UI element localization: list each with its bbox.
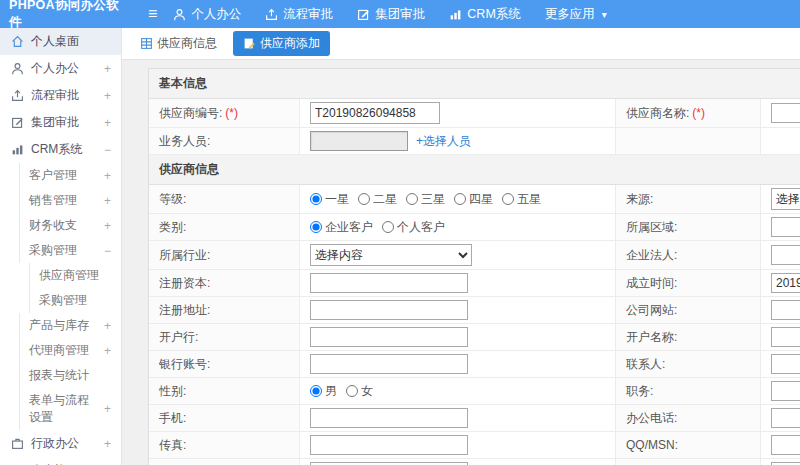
sidebar-item-purchase-mgmt[interactable]: 采购管理 − xyxy=(19,238,121,263)
sidebar-item-purchasing[interactable]: 采购管理 xyxy=(29,288,121,313)
field-label: 注册地址: xyxy=(149,297,300,323)
radio-button[interactable] xyxy=(310,221,322,233)
source-select[interactable]: 选择内容 xyxy=(771,188,800,210)
tab-supplier-add[interactable]: 供应商添加 xyxy=(233,31,330,56)
expand-icon[interactable]: + xyxy=(104,402,111,416)
region-input[interactable] xyxy=(771,217,800,237)
topnav-personal-office[interactable]: 个人办公 xyxy=(173,6,241,23)
sidebar-item-customer-mgmt[interactable]: 客户管理 + xyxy=(19,163,121,188)
sidebar-label: 个人办公 xyxy=(31,60,79,77)
level-option[interactable]: 一星 xyxy=(310,191,349,208)
legal-person-input[interactable] xyxy=(771,245,800,265)
hamburger-menu-icon[interactable]: ≡ xyxy=(148,6,157,22)
add-page-icon xyxy=(243,37,256,50)
registered-capital-input[interactable] xyxy=(310,273,468,293)
sidebar-item-workflow-approval[interactable]: 流程审批 + xyxy=(0,82,121,109)
category-option[interactable]: 个人客户 xyxy=(382,219,445,236)
bank-account-input[interactable] xyxy=(310,354,468,374)
tab-supplier-info[interactable]: 供应商信息 xyxy=(134,31,223,56)
supplier-name-input[interactable] xyxy=(771,103,800,123)
briefcase-icon xyxy=(11,437,24,450)
sidebar-item-finance[interactable]: 财务收支 + xyxy=(19,213,121,238)
sidebar-item-form-flow-settings[interactable]: 表单与流程设置 + xyxy=(19,388,121,430)
sidebar-item-group-approval[interactable]: 集团审批 + xyxy=(0,109,121,136)
expand-icon[interactable]: + xyxy=(104,319,111,333)
field-label: 所属区域: xyxy=(616,214,761,240)
position-input[interactable] xyxy=(771,381,800,401)
expand-icon[interactable]: + xyxy=(104,89,111,103)
topnav-more-apps[interactable]: 更多应用 ▾ xyxy=(545,6,607,23)
sidebar-item-supplier-mgmt[interactable]: 供应商管理 xyxy=(29,263,121,288)
radio-button[interactable] xyxy=(358,193,370,205)
expand-icon[interactable]: + xyxy=(104,344,111,358)
topnav-label: 集团审批 xyxy=(375,6,425,23)
office-phone-input[interactable] xyxy=(771,408,800,428)
sidebar-item-admin-office[interactable]: 行政办公 + xyxy=(0,430,121,457)
account-name-input[interactable] xyxy=(771,327,800,347)
form-row: 邮箱: 邮编: xyxy=(149,459,800,465)
sidebar-item-reports-stats[interactable]: 报表与统计 xyxy=(19,363,121,388)
sidebar-label: 表单与流程设置 xyxy=(29,392,97,426)
sidebar-item-sales-mgmt[interactable]: 销售管理 + xyxy=(19,188,121,213)
gender-option[interactable]: 女 xyxy=(346,383,373,400)
level-option[interactable]: 二星 xyxy=(358,191,397,208)
expand-icon[interactable]: + xyxy=(104,169,111,183)
industry-select[interactable]: 选择内容 xyxy=(310,244,472,266)
sidebar-label: 采购管理 xyxy=(39,292,87,309)
expand-icon[interactable]: + xyxy=(104,437,111,451)
field-label: 邮编: xyxy=(616,459,761,465)
field-label: 企业法人: xyxy=(616,241,761,269)
expand-icon[interactable]: + xyxy=(104,219,111,233)
expand-icon[interactable]: + xyxy=(104,62,111,76)
radio-button[interactable] xyxy=(502,193,514,205)
sidebar-item-crm-system[interactable]: CRM系统 − xyxy=(0,136,121,163)
radio-button[interactable] xyxy=(406,193,418,205)
radio-button[interactable] xyxy=(310,385,322,397)
salesperson-input[interactable] xyxy=(310,131,408,151)
radio-button[interactable] xyxy=(346,385,358,397)
qq-msn-input[interactable] xyxy=(771,435,800,455)
supplier-code-input[interactable] xyxy=(310,102,440,124)
form-row: 业务人员: +选择人员 xyxy=(149,128,800,155)
sidebar-label: CRM系统 xyxy=(31,141,82,158)
radio-button[interactable] xyxy=(454,193,466,205)
flow-icon xyxy=(11,89,24,102)
form-row: 手机: 办公电话: xyxy=(149,405,800,432)
radio-button[interactable] xyxy=(310,193,322,205)
company-website-input[interactable] xyxy=(771,300,800,320)
collapse-icon[interactable]: − xyxy=(104,244,111,258)
collapse-icon[interactable]: − xyxy=(104,143,111,157)
expand-icon[interactable]: + xyxy=(104,194,111,208)
sidebar-item-personal-desktop[interactable]: 个人桌面 xyxy=(0,28,121,55)
topnav-workflow-approval[interactable]: 流程审批 xyxy=(265,6,333,23)
supplier-add-form: 基本信息 供应商编号:(*) 供应商名称:(*) xyxy=(122,60,800,465)
section-header-supplier-info: 供应商信息 xyxy=(149,155,800,185)
choose-person-link[interactable]: +选择人员 xyxy=(416,133,471,150)
field-label: 注册资本: xyxy=(149,270,300,296)
radio-button[interactable] xyxy=(382,221,394,233)
mobile-input[interactable] xyxy=(310,408,468,428)
established-date-input[interactable] xyxy=(771,273,800,293)
empty-field-cell xyxy=(761,128,800,154)
fax-input[interactable] xyxy=(310,435,468,455)
sidebar-item-human-resources[interactable]: 人力资源 + xyxy=(0,457,121,465)
contact-input[interactable] xyxy=(771,354,800,374)
topnav-crm-system[interactable]: CRM系统 xyxy=(449,6,520,23)
caret-down-icon: ▾ xyxy=(602,9,607,20)
topnav-group-approval[interactable]: 集团审批 xyxy=(357,6,425,23)
level-option[interactable]: 三星 xyxy=(406,191,445,208)
bank-input[interactable] xyxy=(310,327,468,347)
level-option[interactable]: 五星 xyxy=(502,191,541,208)
field-label: QQ/MSN: xyxy=(616,432,761,458)
sidebar-item-personal-office[interactable]: 个人办公 + xyxy=(0,55,121,82)
level-option[interactable]: 四星 xyxy=(454,191,493,208)
chart-icon xyxy=(11,143,24,156)
field-label: 业务人员: xyxy=(149,128,300,154)
sidebar-item-product-inventory[interactable]: 产品与库存 + xyxy=(19,313,121,338)
expand-icon[interactable]: + xyxy=(104,116,111,130)
gender-option[interactable]: 男 xyxy=(310,383,337,400)
sidebar-item-agent-mgmt[interactable]: 代理商管理 + xyxy=(19,338,121,363)
registered-address-input[interactable] xyxy=(310,300,468,320)
edit-icon xyxy=(11,116,24,129)
category-option[interactable]: 企业客户 xyxy=(310,219,373,236)
